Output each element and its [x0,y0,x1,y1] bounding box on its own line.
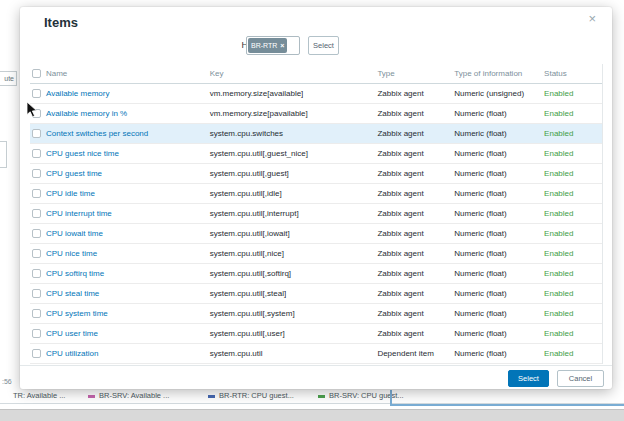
legend-label: BR-SRV: CPU guest... [329,391,404,400]
row-checkbox[interactable] [32,189,41,198]
item-key: system.cpu.util[,user] [210,329,378,338]
row-checkbox[interactable] [32,349,41,358]
item-name-link[interactable]: Available memory [46,89,109,98]
item-key: vm.memory.size[available] [210,89,378,98]
item-key: system.cpu.util[,idle] [210,189,378,198]
item-status: Enabled [544,209,602,218]
item-type: Dependent item [377,349,454,358]
row-checkbox[interactable] [32,89,41,98]
item-key: system.cpu.util[,system] [210,309,378,318]
legend-color-swatch [88,395,95,398]
host-chip[interactable]: BR-RTR × [248,38,287,53]
footer-select-button[interactable]: Select [508,370,549,387]
item-type-of-information: Numeric (float) [454,169,544,178]
table-row[interactable]: CPU user time system.cpu.util[,user] Zab… [30,324,602,344]
item-type: Zabbix agent [377,289,454,298]
item-key: system.cpu.util[,guest_nice] [210,149,378,158]
table-row[interactable]: CPU iowait time system.cpu.util[,iowait]… [30,224,602,244]
item-type-of-information: Numeric (float) [454,189,544,198]
table-row[interactable]: CPU idle time system.cpu.util[,idle] Zab… [30,184,602,204]
item-name-link[interactable]: CPU guest nice time [46,149,119,158]
host-multiselect-input[interactable]: BR-RTR × [246,36,300,55]
item-name-link[interactable]: CPU interrupt time [46,209,112,218]
item-name-link[interactable]: CPU utilization [46,349,98,358]
legend-label: TR: Available ... [13,391,65,400]
column-header-type-of-information: Type of information [454,69,544,78]
item-key: system.cpu.util[,guest] [210,169,378,178]
table-row[interactable]: CPU guest nice time system.cpu.util[,gue… [30,144,602,164]
item-name-link[interactable]: CPU steal time [46,289,99,298]
item-type-of-information: Numeric (float) [454,269,544,278]
row-checkbox[interactable] [32,269,41,278]
table-row[interactable]: CPU system time system.cpu.util[,system]… [30,304,602,324]
item-name-link[interactable]: CPU nice time [46,249,97,258]
background-fragment-text: ute [0,71,17,86]
item-status: Enabled [544,189,602,198]
table-row[interactable]: CPU utilization system.cpu.util Dependen… [30,344,602,364]
row-checkbox[interactable] [32,249,41,258]
item-type: Zabbix agent [377,209,454,218]
item-type: Zabbix agent [377,249,454,258]
footer-cancel-button[interactable]: Cancel [557,370,604,387]
item-status: Enabled [544,329,602,338]
table-row[interactable]: CPU guest time system.cpu.util[,guest] Z… [30,164,602,184]
table-row[interactable]: Available memory in % vm.memory.size[pav… [30,104,602,124]
row-checkbox[interactable] [32,329,41,338]
table-row[interactable]: CPU nice time system.cpu.util[,nice] Zab… [30,244,602,264]
item-type: Zabbix agent [377,169,454,178]
column-header-status: Status [544,69,602,78]
table-row[interactable]: Context switches per second system.cpu.s… [30,124,602,144]
item-type: Zabbix agent [377,309,454,318]
dialog-footer: Select Cancel [20,365,612,389]
row-checkbox[interactable] [32,129,41,138]
item-name-link[interactable]: CPU iowait time [46,229,103,238]
item-type-of-information: Numeric (float) [454,129,544,138]
item-type-of-information: Numeric (float) [454,249,544,258]
item-type: Zabbix agent [377,109,454,118]
legend-color-swatch [318,395,325,398]
item-key: system.cpu.util[,nice] [210,249,378,258]
item-name-link[interactable]: CPU user time [46,329,98,338]
close-icon[interactable]: × [588,11,596,26]
select-all-checkbox[interactable] [32,69,41,78]
table-row[interactable]: Available memory vm.memory.size[availabl… [30,84,602,104]
column-header-type: Type [377,69,454,78]
graph-legend: TR: Available ... BR-SRV: Available ... … [0,391,624,403]
row-checkbox[interactable] [32,169,41,178]
page-footer-bar [0,409,624,421]
item-type: Zabbix agent [377,329,454,338]
table-row[interactable]: CPU softirq time system.cpu.util[,softir… [30,264,602,284]
item-name-link[interactable]: Available memory in % [46,109,127,118]
host-chip-label: BR-RTR [251,42,277,49]
item-status: Enabled [544,149,602,158]
row-checkbox[interactable] [32,149,41,158]
row-checkbox[interactable] [32,109,41,118]
row-checkbox[interactable] [32,289,41,298]
item-name-link[interactable]: Context switches per second [46,129,148,138]
item-type-of-information: Numeric (float) [454,289,544,298]
widget-frame-left-edge [390,390,392,405]
row-checkbox[interactable] [32,229,41,238]
chip-remove-icon[interactable]: × [280,42,284,49]
item-name-link[interactable]: CPU guest time [46,169,102,178]
items-dialog: Items × Host BR-RTR × Select Name Key Ty… [20,7,612,389]
item-type: Zabbix agent [377,189,454,198]
item-status: Enabled [544,309,602,318]
item-type-of-information: Numeric (float) [454,309,544,318]
legend-item: BR-RTR: CPU guest... [208,391,294,400]
host-select-button[interactable]: Select [308,36,339,55]
row-checkbox[interactable] [32,209,41,218]
graph-time-label-fragment: :56 [2,378,12,385]
dialog-title: Items [44,15,78,30]
item-status: Enabled [544,89,602,98]
table-row[interactable]: CPU interrupt time system.cpu.util[,inte… [30,204,602,224]
item-name-link[interactable]: CPU system time [46,309,108,318]
item-name-link[interactable]: CPU softirq time [46,269,104,278]
table-row[interactable]: CPU steal time system.cpu.util[,steal] Z… [30,284,602,304]
item-type: Zabbix agent [377,149,454,158]
item-name-link[interactable]: CPU idle time [46,189,95,198]
legend-item: BR-SRV: Available ... [88,391,169,400]
row-checkbox[interactable] [32,309,41,318]
widget-frame-top-edge [390,404,624,406]
item-key: system.cpu.util[,iowait] [210,229,378,238]
